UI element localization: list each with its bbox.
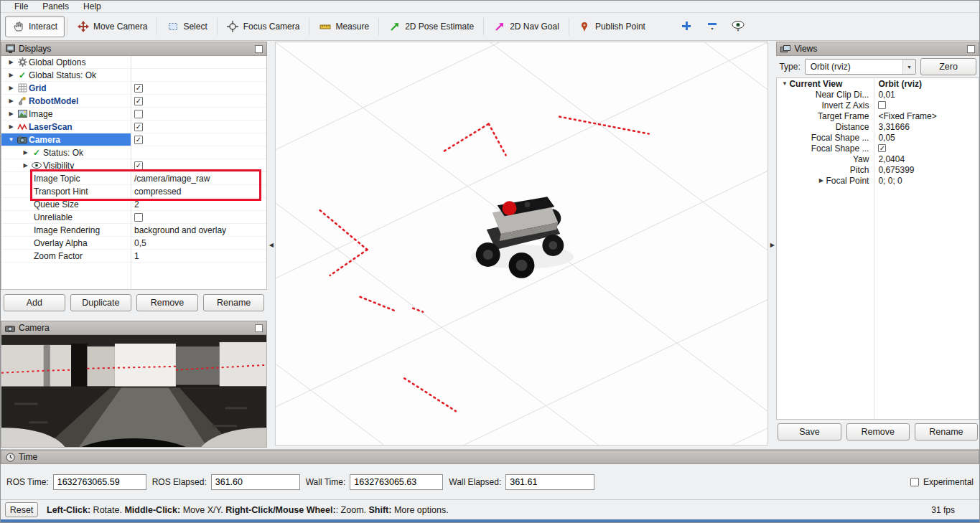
property-value[interactable]: background and overlay [134,225,226,235]
display-row-camera[interactable]: ▼Camera [1,133,266,146]
tool-measure[interactable]: Measure [312,16,376,37]
property-value[interactable]: 1 [134,251,139,261]
add-button[interactable]: Add [4,294,65,311]
view-row-pitch[interactable]: Pitch 0,675399 [777,164,979,175]
menu-help[interactable]: Help [77,1,108,12]
reset-button[interactable]: Reset [5,502,38,517]
expander-icon[interactable]: ▶ [816,177,826,184]
tool-publish-point[interactable]: Publish Point [571,16,653,37]
collapse-left-icon[interactable]: ◀ [269,242,274,248]
row-value[interactable]: 0,05 [878,133,895,143]
row-value[interactable]: 0,675399 [878,165,914,175]
tool-2d-nav-goal[interactable]: 2D Nav Goal [486,16,566,37]
experimental-checkbox[interactable] [910,478,919,486]
remove-button[interactable]: Remove [136,294,198,311]
save-button[interactable]: Save [778,423,841,440]
tool-2d-pose-estimate[interactable]: 2D Pose Estimate [381,16,481,37]
expander-icon[interactable]: ▶ [6,85,16,91]
tool-visibility-button[interactable]: ▾ [729,21,747,32]
view-row-current-view[interactable]: ▼Current View Orbit (rviz) [777,78,979,89]
expander-icon[interactable]: ▶ [6,123,16,130]
display-row-grid[interactable]: ▶Grid [1,82,266,95]
expander-icon[interactable]: ▶ [21,162,30,169]
view-row-focal-shape-size[interactable]: Focal Shape ... 0,05 [777,132,979,143]
display-row-laserscan[interactable]: ▶LaserScan [1,121,266,133]
display-row-global-options[interactable]: ▶Global Options [1,56,266,69]
visibility-checkbox[interactable] [134,161,143,170]
property-row-unreliable[interactable]: Unreliable [1,211,266,224]
display-row-robotmodel[interactable]: ▶RobotModel [1,95,266,108]
property-value[interactable]: /camera/image_raw [134,174,210,184]
grid-enabled-checkbox[interactable] [134,84,143,93]
view-row-near-clip[interactable]: Near Clip Di... 0,01 [777,89,979,100]
display-row-image[interactable]: ▶Image [1,108,266,121]
column-divider[interactable] [131,56,131,289]
property-value[interactable]: 0,5 [134,238,146,248]
display-row-global-status[interactable]: ▶✓Global Status: Ok [1,69,266,82]
view-row-focal-point[interactable]: ▶Focal Point 0; 0; 0 [777,175,979,186]
property-value[interactable]: compressed [134,187,181,197]
property-row-overlay-alpha[interactable]: Overlay Alpha 0,5 [1,237,266,250]
tool-move-camera[interactable]: Move Camera [70,16,154,37]
add-tool-button[interactable] [677,21,696,31]
display-row-visibility[interactable]: ▶Visibility [1,159,266,172]
experimental-toggle[interactable]: Experimental [910,477,974,487]
view-row-yaw[interactable]: Yaw 2,0404 [777,154,979,164]
remove-button[interactable]: Remove [846,423,910,440]
wall-elapsed-input[interactable] [505,474,594,490]
property-row-zoom-factor[interactable]: Zoom Factor 1 [1,250,266,263]
property-row-transport-hint[interactable]: Transport Hint compressed [1,185,266,198]
views-panel-header[interactable]: Views [776,42,979,56]
rename-button[interactable]: Rename [203,294,265,311]
panel-corner-button[interactable] [255,45,263,53]
view-row-distance[interactable]: Distance 3,31666 [777,121,979,132]
robotmodel-enabled-checkbox[interactable] [134,97,143,105]
view-row-invert-z[interactable]: Invert Z Axis [777,100,979,110]
right-splitter[interactable]: ▶ [768,41,776,449]
expander-icon[interactable]: ▶ [6,98,16,104]
view-type-dropdown[interactable]: Orbit (rviz) ▼ [805,59,916,75]
property-row-queue-size[interactable]: Queue Size 2 [1,198,266,211]
left-splitter[interactable]: ◀ [267,41,275,449]
ros-time-input[interactable] [53,474,146,490]
collapse-right-icon[interactable]: ▶ [770,242,775,248]
row-value[interactable]: 2,0404 [878,154,905,164]
remove-tool-button[interactable]: ▾ [703,21,722,31]
time-panel-header[interactable]: Time [1,450,979,464]
expander-icon[interactable]: ▶ [21,149,30,156]
display-row-camera-status[interactable]: ▶✓Status: Ok [1,146,266,159]
tool-interact[interactable]: Interact [5,16,65,37]
zero-button[interactable]: Zero [920,58,976,75]
row-value[interactable]: 3,31666 [878,122,909,132]
render-view-3d[interactable] [275,42,768,446]
view-row-target-frame[interactable]: Target Frame <Fixed Frame> [777,110,979,121]
view-row-focal-shape-fixed[interactable]: Focal Shape ... [777,143,979,154]
property-value[interactable]: 2 [134,199,139,209]
menu-file[interactable]: File [8,1,34,12]
expander-icon[interactable]: ▼ [6,136,16,143]
panel-corner-button[interactable] [255,324,263,332]
displays-panel-header[interactable]: Displays [1,42,267,56]
camera-enabled-checkbox[interactable] [134,136,143,144]
property-row-image-topic[interactable]: Image Topic /camera/image_raw [1,172,266,185]
laserscan-enabled-checkbox[interactable] [134,123,143,131]
panel-corner-button[interactable] [967,45,975,53]
property-row-image-rendering[interactable]: Image Rendering background and overlay [1,224,266,237]
camera-feed-image[interactable] [1,335,267,448]
focal-shape-checkbox[interactable] [878,144,886,152]
image-enabled-checkbox[interactable] [134,110,143,118]
ros-elapsed-input[interactable] [211,474,300,490]
unreliable-checkbox[interactable] [134,213,143,222]
rename-button[interactable]: Rename [915,423,978,440]
wall-time-input[interactable] [350,474,443,490]
tool-focus-camera[interactable]: Focus Camera [220,16,307,37]
duplicate-button[interactable]: Duplicate [70,294,132,311]
row-value[interactable]: <Fixed Frame> [878,111,936,121]
expander-icon[interactable]: ▶ [6,110,16,117]
expander-icon[interactable]: ▼ [780,80,789,87]
expander-icon[interactable]: ▶ [6,59,16,65]
row-value[interactable]: 0; 0; 0 [878,176,902,186]
row-value[interactable]: 0,01 [878,90,895,100]
expander-icon[interactable]: ▶ [6,72,16,78]
invert-z-checkbox[interactable] [878,101,886,109]
